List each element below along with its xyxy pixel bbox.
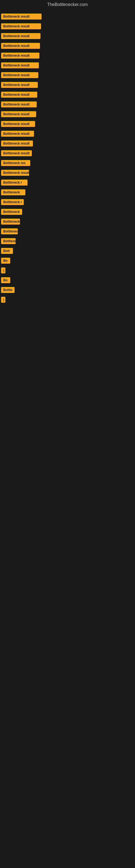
list-item: Bottleneck xyxy=(0,188,135,197)
bottleneck-badge[interactable]: Bottleneck result xyxy=(1,92,37,98)
bottleneck-badge[interactable]: Bottleneck r xyxy=(1,180,28,186)
list-item: Bottleneck result xyxy=(0,31,135,41)
bottleneck-badge[interactable]: Bottleneck xyxy=(1,189,26,195)
bottleneck-badge[interactable]: | xyxy=(1,268,5,273)
list-item: Bottleneck result xyxy=(0,80,135,90)
bottleneck-badge[interactable]: Bottleneck r xyxy=(1,199,24,205)
bottleneck-badge[interactable]: Bottleneck result xyxy=(1,82,38,88)
bottleneck-badge[interactable]: Bottleneck res xyxy=(1,219,20,225)
bottleneck-badge[interactable]: Bottleneck result xyxy=(1,43,40,49)
list-item: Bottleneck r xyxy=(0,237,135,246)
list-item: Bo xyxy=(0,256,135,265)
bottleneck-badge[interactable]: Bottleneck result xyxy=(1,150,32,156)
list-item: Bott xyxy=(0,246,135,255)
bottleneck-badge[interactable]: | xyxy=(1,297,5,303)
list-item: Bottleneck result xyxy=(0,139,135,148)
list-item: Bottleneck result xyxy=(0,51,135,60)
bottleneck-badge[interactable]: Bottlenec xyxy=(1,228,18,235)
list-item: Bottleneck res xyxy=(0,158,135,167)
list-item: Bottleneck res xyxy=(0,217,135,226)
bottleneck-badge[interactable]: Bottleneck result xyxy=(1,62,39,68)
list-item: | xyxy=(0,266,135,275)
bottleneck-badge[interactable]: Bottleneck result xyxy=(1,53,39,59)
list-item: Bottleneck result xyxy=(0,12,135,21)
list-item: Bo xyxy=(0,276,135,285)
list-item: Bottleneck result xyxy=(0,149,135,158)
list-item: Bottleneck result xyxy=(0,90,135,99)
list-item: Bottleneck result xyxy=(0,100,135,109)
site-title: TheBottlenecker.com xyxy=(0,0,135,9)
list-item: Bottleneck result xyxy=(0,110,135,119)
list-item: Bottleneck r xyxy=(0,178,135,187)
bottleneck-badge[interactable]: Bott xyxy=(1,248,13,254)
list-item: Bottleneck xyxy=(0,207,135,216)
list-item: Bottleneck result xyxy=(0,22,135,31)
bottleneck-badge[interactable]: Bo xyxy=(1,258,10,264)
bottleneck-badge[interactable]: Bottleneck result xyxy=(1,13,42,20)
bottleneck-badge[interactable]: Bottleneck r xyxy=(1,238,16,244)
list-item: Bottleneck r xyxy=(0,197,135,207)
list-item: Bottleneck result xyxy=(0,129,135,138)
list-item: | xyxy=(0,295,135,304)
list-item: Bottleneck result xyxy=(0,119,135,129)
bottleneck-badge[interactable]: Bottleneck res xyxy=(1,160,30,166)
bottleneck-badge[interactable]: Bottleneck result xyxy=(1,131,34,137)
items-container: Bottleneck resultBottleneck resultBottle… xyxy=(0,9,135,308)
bottleneck-badge[interactable]: Bottleneck xyxy=(1,209,22,215)
list-item: Bottleneck result xyxy=(0,168,135,177)
bottleneck-badge[interactable]: Bottleneck result xyxy=(1,111,36,117)
bottleneck-badge[interactable]: Bottleneck result xyxy=(1,101,37,107)
bottleneck-badge[interactable]: Bottleneck result xyxy=(1,141,33,147)
list-item: Bottle xyxy=(0,285,135,294)
bottleneck-badge[interactable]: Bottle xyxy=(1,287,14,293)
list-item: Bottleneck result xyxy=(0,61,135,70)
bottleneck-badge[interactable]: Bottleneck result xyxy=(1,72,38,78)
list-item: Bottleneck result xyxy=(0,70,135,80)
list-item: Bottlenec xyxy=(0,227,135,236)
bottleneck-badge[interactable]: Bottleneck result xyxy=(1,33,41,39)
bottleneck-badge[interactable]: Bottleneck result xyxy=(1,170,29,176)
bottleneck-badge[interactable]: Bo xyxy=(1,277,10,283)
bottleneck-badge[interactable]: Bottleneck result xyxy=(1,121,35,127)
bottleneck-badge[interactable]: Bottleneck result xyxy=(1,23,41,29)
list-item: Bottleneck result xyxy=(0,41,135,51)
